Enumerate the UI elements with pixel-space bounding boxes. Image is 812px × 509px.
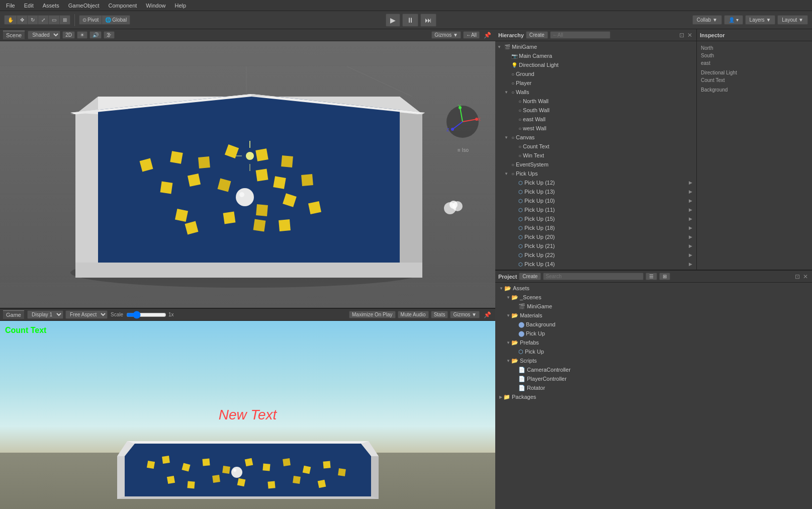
hierarchy-item-pickup-16[interactable]: ⬡ Pick Up (16) ▶ [495, 269, 696, 270]
menu-edit[interactable]: Edit [20, 2, 38, 10]
scene-pin-icon[interactable]: 📌 [483, 32, 492, 39]
play-button[interactable]: ▶ [386, 14, 400, 27]
hierarchy-close-icon[interactable]: ✕ [686, 32, 693, 39]
hierarchy-item-win-text[interactable]: ○ Win Text [495, 151, 696, 160]
hierarchy-item-pickup-10[interactable]: ⬡ Pick Up (10) ▶ [495, 196, 696, 205]
game-tab[interactable]: Game [3, 310, 24, 319]
hierarchy-item-pickup-12[interactable]: ⬡ Pick Up (12) ▶ [495, 178, 696, 187]
stats-btn[interactable]: Stats [431, 311, 448, 318]
lighting-btn[interactable]: ☀ [77, 31, 87, 39]
rect-tool[interactable]: ▭ [49, 16, 60, 24]
aspect-dropdown[interactable]: Free Aspect [65, 310, 108, 319]
game-pin-icon[interactable]: 📌 [483, 311, 492, 318]
project-icon-btn[interactable]: ⊞ [659, 273, 670, 280]
hierarchy-search[interactable] [550, 31, 610, 39]
hierarchy-item-event-system[interactable]: ○ EventSystem [495, 160, 696, 169]
all-button[interactable]: ←All [463, 31, 480, 39]
game-gizmos-btn[interactable]: Gizmos ▼ [450, 311, 480, 318]
project-item-scripts[interactable]: ▼ 📂 Scripts [495, 356, 812, 365]
display-dropdown[interactable]: Display 1 [27, 310, 63, 319]
shading-dropdown[interactable]: Shaded [28, 31, 60, 39]
project-item-pickup-mat[interactable]: ⬤ Pick Up [495, 329, 812, 338]
hierarchy-item-pickup-18[interactable]: ⬡ Pick Up (18) ▶ [495, 223, 696, 232]
maximize-on-play-btn[interactable]: Maximize On Play [349, 311, 396, 318]
project-list-btn[interactable]: ☰ [646, 273, 657, 280]
hierarchy-item-south-wall[interactable]: ○ South Wall [495, 106, 696, 115]
project-item-materials[interactable]: ▼ 📂 Materials [495, 311, 812, 320]
project-item-rotator[interactable]: 📄 Rotator [495, 383, 812, 392]
hierarchy-item-pickup-14[interactable]: ⬡ Pick Up (14) ▶ [495, 260, 696, 269]
hierarchy-maximize-icon[interactable]: ⊡ [678, 32, 685, 39]
hierarchy-item-pickup-21[interactable]: ⬡ Pick Up (21) ▶ [495, 241, 696, 250]
project-maximize-icon[interactable]: ⊡ [794, 273, 801, 280]
gizmos-button[interactable]: Gizmos ▼ [431, 31, 461, 39]
menu-window[interactable]: Window [142, 2, 169, 10]
svg-rect-61 [202, 458, 210, 466]
svg-rect-58 [146, 461, 154, 469]
hierarchy-item-count-text[interactable]: ○ Count Text [495, 142, 696, 151]
hierarchy-item-east-wall[interactable]: ○ east Wall [495, 115, 696, 124]
rotate-tool[interactable]: ↻ [28, 16, 38, 24]
project-item-pickup-prefab[interactable]: ⬡ Pick Up [495, 347, 812, 356]
pause-button[interactable]: ⏸ [402, 14, 418, 27]
hierarchy-item-pick-ups[interactable]: ▼ ○ Pick Ups [495, 169, 696, 178]
hierarchy-item-main-camera[interactable]: 📷 Main Camera [495, 51, 696, 60]
move-tool[interactable]: ✥ [17, 16, 28, 24]
hierarchy-item-pickup-11[interactable]: ⬡ Pick Up (11) ▶ [495, 205, 696, 214]
svg-marker-8 [98, 97, 400, 263]
hierarchy-item-pickup-15[interactable]: ⬡ Pick Up (15) ▶ [495, 214, 696, 223]
global-button[interactable]: 🌐 Global [102, 16, 130, 24]
project-item-assets[interactable]: ▼ 📂 Assets [495, 284, 812, 293]
hierarchy-item-minigame[interactable]: ▼ 🎬 MiniGame [495, 42, 696, 51]
hand-tool[interactable]: ✋ [5, 16, 17, 24]
project-item-minigame-scene[interactable]: 🎬 MiniGame [495, 302, 812, 311]
menu-component[interactable]: Component [104, 2, 141, 10]
svg-marker-53 [125, 444, 371, 496]
step-button[interactable]: ⏭ [420, 14, 436, 27]
hierarchy-item-canvas[interactable]: ▼ ○ Canvas [495, 133, 696, 142]
multi-tool[interactable]: ⊞ [60, 16, 70, 24]
project-item-scenes[interactable]: ▼ 📂 _Scenes [495, 293, 812, 302]
account-button[interactable]: 👤 ▾ [724, 15, 743, 25]
project-search[interactable] [543, 273, 644, 280]
project-close-icon[interactable]: ✕ [802, 273, 809, 280]
project-item-prefabs[interactable]: ▼ 📂 Prefabs [495, 338, 812, 347]
menu-assets[interactable]: Assets [39, 2, 63, 10]
project-create-btn[interactable]: Create [519, 273, 541, 280]
2d-button[interactable]: 2D [62, 31, 75, 39]
project-item-background-mat[interactable]: ⬤ Background [495, 320, 812, 329]
hierarchy-item-west-wall[interactable]: ○ west Wall [495, 124, 696, 133]
hierarchy-item-player[interactable]: ○ Player [495, 78, 696, 88]
hierarchy-item-pickup-13[interactable]: ⬡ Pick Up (13) ▶ [495, 187, 696, 196]
svg-marker-57 [117, 496, 379, 499]
hierarchy-content: ▼ 🎬 MiniGame 📷 Main Camera 💡 Directional… [495, 41, 696, 270]
layout-button[interactable]: Layout ▼ [777, 15, 808, 25]
menu-file[interactable]: File [2, 2, 19, 10]
effects-btn[interactable]: 🌫 [104, 31, 115, 39]
project-item-camera-controller[interactable]: 📄 CameraController [495, 365, 812, 374]
scene-tab[interactable]: Scene [3, 31, 25, 39]
layers-button[interactable]: Layers ▼ [745, 15, 776, 25]
game-canvas[interactable]: Count Text New Text [0, 321, 495, 509]
inspector-north: North [699, 44, 810, 52]
hierarchy-create-btn[interactable]: Create [526, 31, 548, 39]
project-item-packages[interactable]: ▶ 📁 Packages [495, 392, 812, 401]
hierarchy-item-pickup-22[interactable]: ⬡ Pick Up (22) ▶ [495, 250, 696, 260]
pivot-button[interactable]: ⊙ Pivot [79, 16, 102, 24]
hierarchy-item-pickup-20[interactable]: ⬡ Pick Up (20) ▶ [495, 232, 696, 241]
audio-btn[interactable]: 🔊 [89, 31, 102, 39]
scale-slider[interactable] [126, 311, 166, 319]
hierarchy-item-ground[interactable]: ○ Ground [495, 69, 696, 78]
menu-gameobject[interactable]: GameObject [64, 2, 104, 10]
menu-help[interactable]: Help [170, 2, 190, 10]
hierarchy-item-walls[interactable]: ▼ ○ Walls [495, 88, 696, 97]
hierarchy-item-north-wall[interactable]: ○ North Wall [495, 97, 696, 106]
mute-audio-btn[interactable]: Mute Audio [398, 311, 429, 318]
svg-rect-33 [256, 204, 268, 216]
collab-button[interactable]: Collab ▼ [692, 15, 722, 25]
hierarchy-item-directional-light[interactable]: 💡 Directional Light [495, 60, 696, 69]
scene-canvas[interactable]: X Y Z ≡ Iso [0, 41, 495, 308]
project-item-player-controller[interactable]: 📄 PlayerController [495, 374, 812, 383]
scale-tool[interactable]: ⤢ [38, 16, 49, 24]
scene-3d-svg: X Y Z ≡ Iso [0, 41, 495, 308]
